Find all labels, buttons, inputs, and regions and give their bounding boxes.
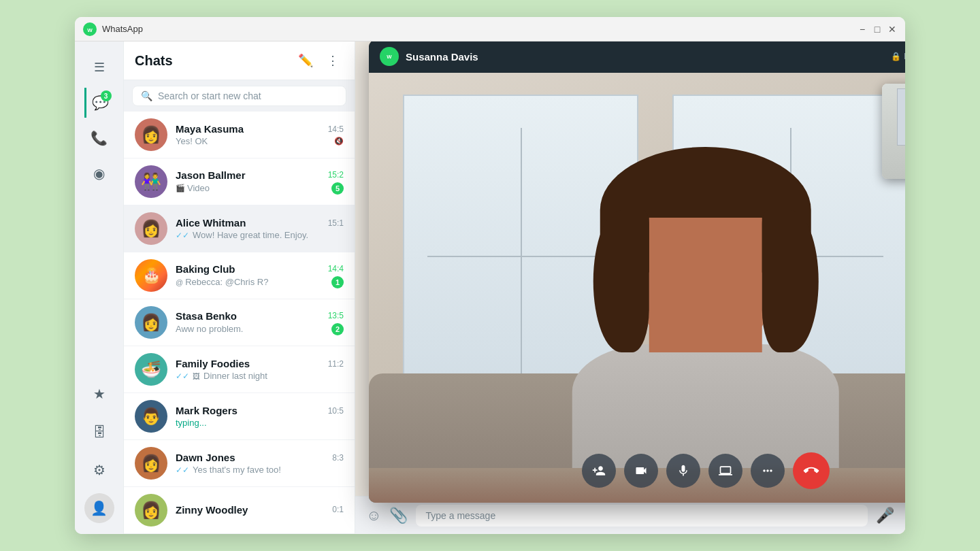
chat-item-mark[interactable]: 👨 Mark Rogers 10:5 typing...: [124, 393, 355, 440]
main-area: ☺ 📎 🎤 W Susanna Davis �: [355, 41, 905, 534]
nav-chats-icon[interactable]: 💬 3: [84, 88, 114, 118]
chat-panel-header: Chats ✏️ ⋮: [124, 41, 355, 80]
chat-item-zinny[interactable]: 👩 Zinny Woodley 0:1: [124, 487, 355, 534]
add-participant-button[interactable]: [582, 454, 616, 488]
video-call-window: W Susanna Davis 🔒 End-to-end endcrypted …: [369, 41, 905, 503]
title-bar: W WhatsApp − □ ✕: [75, 17, 905, 41]
self-view: [882, 84, 905, 179]
nav-status-icon[interactable]: ◉: [84, 158, 114, 188]
chat-panel: Chats ✏️ ⋮ 🔍 👩: [124, 41, 355, 534]
chat-name-family: Family Foodies: [176, 358, 250, 369]
mic-button[interactable]: 🎤: [876, 507, 894, 524]
chat-preview-maya: Yes! OK: [176, 136, 208, 146]
mic-button[interactable]: [666, 454, 700, 488]
more-options-button[interactable]: [751, 454, 785, 488]
chat-item-maya[interactable]: 👩 Maya Kasuma 14:5 Yes! OK 🔇: [124, 112, 355, 158]
avatar-jason: 👫: [135, 165, 167, 198]
video-title-bar: W Susanna Davis 🔒 End-to-end endcrypted …: [369, 41, 905, 73]
chat-badge-jason: 5: [331, 182, 344, 195]
emoji-button[interactable]: ☺: [366, 507, 381, 524]
chat-item-jason[interactable]: 👫 Jason Ballmer 15:2 🎬 Video 5: [124, 158, 355, 205]
double-check-dawn: ✓✓: [176, 465, 189, 475]
chat-name-alice: Alice Whitman: [176, 217, 246, 229]
avatar-baking: 🎂: [135, 259, 167, 292]
chat-time-baking: 14:4: [328, 264, 344, 273]
chat-item-stasa[interactable]: 👩 Stasa Benko 13:5 Aww no problem. 2: [124, 299, 355, 346]
chat-time-dawn: 8:3: [332, 453, 344, 463]
chat-preview-baking: Rebecca: @Chris R?: [185, 277, 268, 287]
chat-item-family[interactable]: 🍜 Family Foodies 11:2 ✓✓ 🖼 Dinner last n…: [124, 346, 355, 393]
nav-profile-icon[interactable]: 👤: [84, 493, 114, 523]
left-nav: ☰ 💬 3 📞 ◉ ★ 🗄 ⚙ 👤: [75, 41, 124, 534]
search-box: 🔍: [132, 86, 346, 106]
chat-name-baking: Baking Club: [176, 263, 235, 275]
attach-button[interactable]: 📎: [389, 507, 408, 524]
close-button[interactable]: ✕: [887, 24, 897, 34]
nav-badge: 3: [101, 90, 112, 101]
screen-share-button[interactable]: [708, 454, 742, 488]
avatar-alice: 👩: [135, 212, 167, 245]
chat-name-maya: Maya Kasuma: [176, 123, 244, 135]
chat-name-zinny: Zinny Woodley: [176, 504, 248, 516]
app-logo: W: [83, 22, 97, 36]
avatar-family: 🍜: [135, 353, 167, 386]
e2e-label: 🔒 End-to-end endcrypted: [891, 52, 905, 61]
chat-time-maya: 14:5: [328, 124, 344, 134]
avatar-dawn: 👩: [135, 447, 167, 480]
chat-preview-alice: Wow! Have great time. Enjoy.: [193, 230, 308, 240]
chat-time-stasa: 13:5: [328, 311, 344, 320]
new-chat-button[interactable]: ✏️: [295, 50, 316, 71]
chat-preview-stasa: Aww no problem.: [176, 324, 243, 334]
maximize-button[interactable]: □: [872, 24, 882, 34]
chat-item-alice[interactable]: 👩 Alice Whitman 15:1 ✓✓ Wow! Have great …: [124, 205, 355, 252]
nav-calls-icon[interactable]: 📞: [84, 123, 114, 153]
app-title: WhatsApp: [102, 24, 858, 34]
lock-icon: 🔒: [891, 52, 901, 61]
chat-item-baking[interactable]: 🎂 Baking Club 14:4 @ Rebecca: @Chris R? …: [124, 252, 355, 299]
double-check-family: ✓✓: [176, 371, 189, 381]
nav-starred-icon[interactable]: ★: [84, 379, 114, 409]
app-body: ☰ 💬 3 📞 ◉ ★ 🗄 ⚙ 👤 Chats ✏️ ⋮: [75, 41, 905, 534]
message-input[interactable]: [416, 505, 868, 527]
minimize-button[interactable]: −: [858, 24, 867, 34]
call-controls: [582, 452, 830, 489]
search-container: 🔍: [124, 80, 355, 112]
chat-badge-stasa: 2: [331, 323, 344, 335]
svg-text:W: W: [387, 54, 392, 60]
chat-time-alice: 15:1: [328, 218, 344, 228]
chat-time-mark: 10:5: [328, 406, 344, 416]
chat-name-stasa: Stasa Benko: [176, 310, 237, 322]
nav-archived-icon[interactable]: 🗄: [84, 417, 114, 447]
chat-item-dawn[interactable]: 👩 Dawn Jones 8:3 ✓✓ Yes that's my fave t…: [124, 440, 355, 487]
avatar-mark: 👨: [135, 400, 167, 433]
chat-preview-dawn: Yes that's my fave too!: [193, 465, 281, 475]
video-scene: [369, 73, 905, 503]
nav-settings-icon[interactable]: ⚙: [84, 455, 114, 485]
chat-badge-baking: 1: [331, 276, 344, 288]
end-call-button[interactable]: [793, 452, 830, 489]
nav-menu-icon[interactable]: ☰: [84, 52, 114, 82]
app-window: W WhatsApp − □ ✕ ☰ 💬 3 📞 ◉ ★ 🗄 ⚙ 👤: [75, 17, 905, 534]
chat-time-jason: 15:2: [328, 170, 344, 180]
avatar-stasa: 👩: [135, 306, 167, 339]
chat-preview-mark: typing...: [176, 418, 207, 428]
avatar-zinny: 👩: [135, 494, 167, 527]
avatar-maya: 👩: [135, 118, 167, 151]
video-logo: W: [380, 47, 399, 66]
chat-name-jason: Jason Ballmer: [176, 169, 246, 181]
chats-title: Chats: [135, 53, 173, 69]
video-contact-name: Susanna Davis: [406, 51, 884, 63]
muted-icon-maya: 🔇: [334, 137, 344, 146]
double-check-alice: ✓✓: [176, 231, 189, 240]
chat-name-dawn: Dawn Jones: [176, 452, 235, 463]
chat-preview-family: Dinner last night: [203, 371, 267, 381]
chat-name-mark: Mark Rogers: [176, 405, 238, 416]
menu-button[interactable]: ⋮: [322, 50, 344, 71]
chat-time-zinny: 0:1: [332, 505, 344, 514]
video-main: [369, 73, 905, 503]
search-input[interactable]: [158, 90, 338, 101]
svg-text:W: W: [87, 27, 93, 33]
camera-button[interactable]: [624, 454, 658, 488]
chat-time-family: 11:2: [328, 359, 344, 369]
search-icon: 🔍: [141, 90, 152, 101]
